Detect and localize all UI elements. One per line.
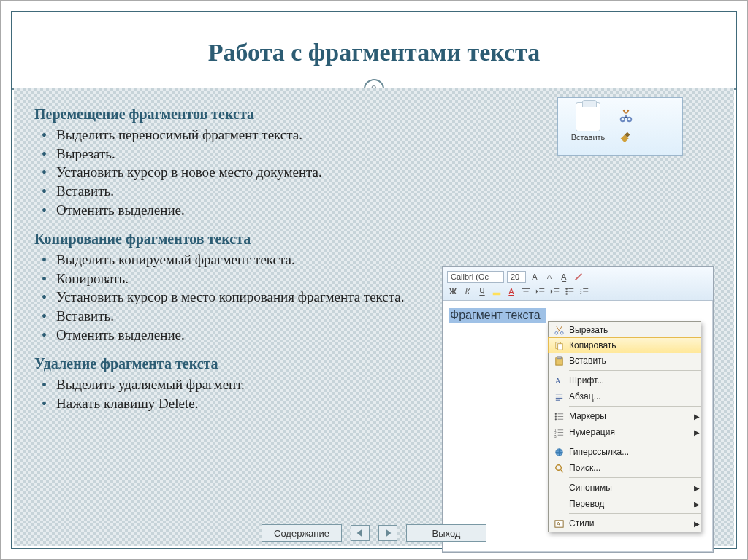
menu-paragraph[interactable]: Абзац... — [549, 388, 701, 404]
submenu-arrow-icon: ▶ — [693, 500, 701, 508]
increase-indent-icon[interactable] — [549, 285, 561, 297]
menu-label: Вырезать — [569, 325, 701, 335]
paragraph-icon — [550, 388, 568, 404]
highlight-icon[interactable] — [491, 285, 503, 297]
exit-button[interactable]: Выход — [406, 524, 486, 542]
blank-icon — [550, 496, 568, 512]
svg-point-8 — [554, 331, 557, 334]
slide-frame: Работа с фрагментами текста 9 Перемещени… — [11, 11, 737, 549]
selected-text: Фрагмент текста — [449, 308, 546, 323]
menu-separator — [569, 370, 701, 371]
font-color-icon[interactable]: A — [505, 285, 517, 297]
font-size-box[interactable]: 20 — [507, 271, 526, 283]
submenu-arrow-icon: ▶ — [693, 484, 701, 492]
bullets-icon — [550, 408, 568, 424]
context-menu: Вырезать Копировать Вставить A — [548, 321, 701, 532]
menu-separator — [569, 406, 701, 407]
menu-paste[interactable]: Вставить — [549, 353, 701, 369]
menu-copy[interactable]: Копировать — [548, 337, 701, 353]
menu-hyperlink[interactable]: Гиперссылка... — [549, 444, 701, 460]
next-button[interactable] — [378, 525, 397, 541]
menu-label: Перевод — [569, 499, 693, 509]
svg-text:A: A — [554, 377, 560, 385]
scissors-icon[interactable] — [618, 107, 634, 123]
submenu-arrow-icon: ▶ — [693, 413, 701, 421]
blank-icon — [550, 480, 568, 496]
bullets-icon[interactable] — [564, 285, 576, 297]
content-area: Перемещение фрагментов текста Выделить п… — [14, 88, 734, 546]
menu-separator — [569, 442, 701, 442]
submenu-arrow-icon: ▶ — [693, 429, 701, 437]
menu-label: Копировать — [569, 340, 701, 350]
svg-rect-13 — [557, 356, 561, 358]
underline-icon[interactable]: Ч — [476, 285, 488, 297]
svg-point-5 — [565, 293, 568, 295]
menu-search[interactable]: Поиск... — [549, 460, 701, 476]
svg-text:3: 3 — [554, 435, 556, 438]
menu-numbering[interactable]: 123 Нумерация ▶ — [549, 424, 701, 440]
copy-icon — [550, 337, 568, 353]
slide-title: Работа с фрагментами текста — [12, 39, 736, 66]
section-title-copy: Копирование фрагментов текста — [34, 229, 714, 249]
menu-bullets[interactable]: Маркеры ▶ — [549, 408, 701, 424]
svg-rect-11 — [557, 343, 562, 349]
menu-label: Шрифт... — [569, 375, 701, 386]
clipboard-toolbar: Вставить — [557, 97, 683, 156]
align-center-icon[interactable] — [520, 285, 532, 297]
svg-rect-2 — [493, 293, 501, 296]
shrink-font-icon[interactable]: A — [543, 271, 555, 283]
document-area[interactable]: Фрагмент текста Вырезать Копировать — [443, 301, 713, 330]
prev-button[interactable] — [351, 525, 370, 541]
change-case-icon[interactable]: A̲ — [558, 271, 570, 283]
slide: Работа с фрагментами текста 9 Перемещени… — [0, 0, 748, 560]
menu-font[interactable]: A Шрифт... — [549, 372, 701, 388]
italic-icon[interactable]: К — [462, 285, 473, 297]
search-icon — [550, 460, 568, 476]
menu-label: Нумерация — [569, 427, 693, 437]
svg-point-4 — [565, 291, 568, 293]
list-item: Вставить. — [39, 182, 714, 201]
menu-translate[interactable]: Перевод ▶ — [549, 496, 701, 512]
decrease-indent-icon[interactable] — [535, 285, 546, 297]
menu-synonyms[interactable]: Синонимы ▶ — [549, 480, 701, 496]
numbering-icon: 123 — [550, 424, 568, 440]
arrow-left-icon — [355, 528, 365, 538]
svg-text:2: 2 — [580, 291, 582, 294]
menu-label: Абзац... — [569, 391, 701, 402]
font-icon: A — [550, 372, 568, 388]
font-name-box[interactable]: Calibri (Оc — [447, 271, 504, 283]
menu-cut[interactable]: Вырезать — [549, 322, 701, 338]
menu-label: Гиперссылка... — [569, 447, 701, 457]
svg-point-17 — [554, 418, 556, 420]
svg-point-22 — [555, 464, 561, 470]
paste-label: Вставить — [562, 133, 614, 142]
svg-point-3 — [565, 288, 568, 290]
svg-point-15 — [554, 413, 556, 414]
word-window: Calibri (Оc 20 A A A̲ Ж К Ч A — [442, 266, 714, 553]
menu-separator — [569, 513, 701, 514]
menu-label: Маркеры — [569, 411, 693, 421]
list-item: Установить курсор в новое место документ… — [39, 163, 714, 182]
globe-icon — [550, 444, 568, 460]
clipboard-icon — [576, 102, 600, 131]
format-painter-icon[interactable] — [618, 129, 634, 145]
menu-separator — [569, 477, 701, 478]
bold-icon[interactable]: Ж — [447, 285, 459, 297]
grow-font-icon[interactable]: A — [529, 271, 541, 283]
scissors-icon — [550, 322, 568, 338]
menu-label: Поиск... — [569, 463, 701, 473]
numbering-icon[interactable]: 12 — [579, 285, 590, 297]
paste-icon — [550, 353, 568, 369]
paste-button[interactable]: Вставить — [562, 102, 614, 150]
menu-label: Синонимы — [569, 483, 693, 493]
svg-point-9 — [560, 331, 563, 334]
arrow-right-icon — [383, 528, 393, 538]
toc-button[interactable]: Содержание — [262, 524, 342, 542]
footer: Содержание Выход — [14, 524, 734, 542]
svg-point-16 — [554, 415, 556, 417]
clear-format-icon[interactable] — [573, 271, 584, 283]
list-item: Отменить выделение. — [39, 201, 714, 220]
menu-label: Вставить — [569, 356, 701, 366]
mini-toolbar: Calibri (Оc 20 A A A̲ Ж К Ч A — [443, 267, 713, 301]
